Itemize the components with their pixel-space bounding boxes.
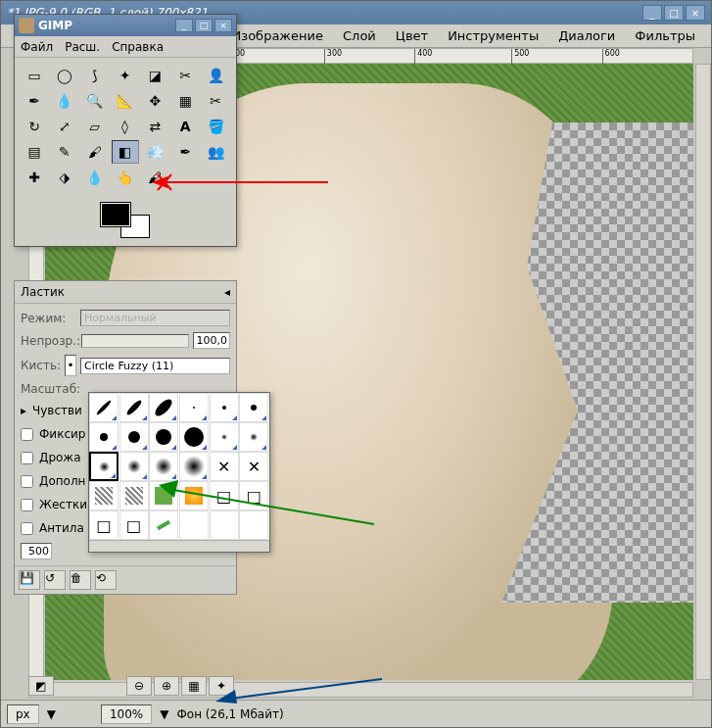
nav-preview-button[interactable]: ✦: [209, 676, 234, 696]
check-jitter[interactable]: [21, 452, 33, 464]
tool-by-color-select[interactable]: ◪: [141, 64, 168, 87]
brush-preview-button[interactable]: •: [65, 355, 76, 376]
brush-item[interactable]: [89, 481, 119, 510]
tool-heal[interactable]: ✚: [21, 166, 48, 189]
check-antialias[interactable]: [21, 522, 33, 535]
brush-item[interactable]: [179, 481, 209, 510]
brush-popup-scrollbar[interactable]: [89, 540, 269, 552]
tool-perspective[interactable]: ◊: [112, 115, 139, 138]
opacity-slider[interactable]: [81, 334, 189, 348]
brush-item[interactable]: □: [89, 510, 119, 540]
brush-name-field[interactable]: [80, 358, 230, 374]
zoom-in-button[interactable]: ⊕: [154, 676, 179, 696]
brush-item[interactable]: [239, 393, 268, 422]
menu-tools[interactable]: Инструменты: [440, 26, 546, 45]
menu-filters[interactable]: Фильтры: [627, 26, 703, 45]
menu-dialogs[interactable]: Диалоги: [550, 26, 623, 45]
tool-text[interactable]: A: [171, 115, 199, 138]
tool-blend[interactable]: ▤: [21, 140, 48, 164]
tool-paintbrush[interactable]: 🖌: [81, 140, 109, 164]
brush-item[interactable]: ✕: [210, 452, 239, 481]
minimize-button[interactable]: _: [642, 5, 662, 21]
toolbox-menu-help[interactable]: Справка: [112, 40, 164, 54]
tool-scale[interactable]: ⤢: [51, 115, 78, 138]
zoom-out-button[interactable]: ⊖: [126, 676, 152, 696]
tool-ellipse-select[interactable]: ◯: [51, 64, 78, 87]
brush-item[interactable]: [149, 452, 178, 481]
brush-item[interactable]: [149, 393, 178, 422]
brush-item[interactable]: [210, 510, 239, 540]
maximize-button[interactable]: □: [664, 5, 684, 21]
tool-paths[interactable]: ✒: [21, 89, 48, 113]
toolbox-titlebar[interactable]: GIMP _ □ ×: [15, 15, 236, 36]
tool-zoom[interactable]: 🔍: [81, 89, 109, 113]
brush-item[interactable]: [179, 393, 209, 422]
brush-item[interactable]: [149, 510, 178, 540]
tool-rect-select[interactable]: ▭: [21, 64, 48, 87]
menu-colors[interactable]: Цвет: [388, 26, 436, 45]
tool-scissors[interactable]: ✂: [171, 64, 199, 87]
toolbox-menu-xtns[interactable]: Расш.: [65, 40, 100, 54]
menu-layer[interactable]: Слой: [335, 26, 384, 45]
tool-fg-select[interactable]: 👤: [202, 64, 229, 87]
zoom-dropdown-icon[interactable]: ▼: [160, 707, 168, 721]
toolbox-maximize-button[interactable]: □: [195, 19, 213, 32]
brush-item[interactable]: [239, 510, 268, 540]
close-button[interactable]: ×: [686, 5, 705, 21]
brush-item[interactable]: [179, 510, 209, 540]
brush-item[interactable]: ✕: [239, 452, 268, 481]
brush-item[interactable]: [179, 422, 209, 452]
tool-airbrush[interactable]: 💨: [141, 140, 168, 164]
brush-item[interactable]: [89, 393, 119, 422]
brush-item[interactable]: [210, 422, 239, 452]
check-hard[interactable]: [21, 499, 33, 511]
tool-clone[interactable]: 👥: [202, 140, 229, 164]
delete-options-button[interactable]: 🗑: [70, 570, 91, 590]
brush-item[interactable]: □: [239, 481, 268, 510]
unit-selector[interactable]: px: [7, 704, 39, 724]
brush-item[interactable]: [89, 422, 119, 452]
tool-rotate[interactable]: ↻: [21, 115, 48, 138]
brush-item[interactable]: [179, 452, 209, 481]
expand-icon[interactable]: ▸: [21, 404, 26, 417]
toolbox-close-button[interactable]: ×: [214, 19, 232, 32]
restore-options-button[interactable]: ↺: [44, 570, 66, 590]
fg-color-swatch[interactable]: [101, 203, 130, 226]
unit-dropdown-icon[interactable]: ▼: [47, 707, 56, 721]
tool-pencil[interactable]: ✎: [51, 140, 78, 164]
tool-align[interactable]: ▦: [171, 89, 199, 113]
num-field[interactable]: 500: [21, 543, 52, 559]
check-additional[interactable]: [21, 475, 33, 488]
zoom-field[interactable]: 100%: [101, 704, 152, 724]
brush-item[interactable]: [119, 452, 149, 481]
tool-eraser[interactable]: ◧: [112, 140, 139, 164]
tool-smudge[interactable]: 👆: [112, 166, 139, 189]
zoom-fit-button[interactable]: ▦: [181, 676, 207, 696]
tool-blur[interactable]: 💧: [81, 166, 109, 189]
tool-flip[interactable]: ⇄: [141, 115, 168, 138]
tool-color-picker[interactable]: 💧: [51, 89, 78, 113]
tool-move[interactable]: ✥: [141, 89, 168, 113]
save-options-button[interactable]: 💾: [19, 570, 40, 590]
brush-item[interactable]: [149, 481, 178, 510]
toolbox-menu-file[interactable]: Файл: [21, 40, 53, 54]
tool-measure[interactable]: 📐: [112, 89, 139, 113]
tool-dodge[interactable]: 🖌: [141, 166, 168, 189]
brush-item[interactable]: [119, 393, 149, 422]
brush-item[interactable]: □: [119, 510, 149, 540]
brush-item[interactable]: [119, 481, 149, 510]
tool-ink[interactable]: ✒: [171, 140, 199, 164]
opacity-value[interactable]: 100,0: [193, 332, 230, 349]
brush-item[interactable]: [119, 422, 149, 452]
quickmask-toggle[interactable]: ◩: [28, 676, 54, 696]
reset-options-button[interactable]: ⟲: [95, 570, 117, 590]
dock-menu-icon[interactable]: ◂: [224, 285, 230, 299]
brush-item[interactable]: [210, 393, 239, 422]
tool-shear[interactable]: ▱: [81, 115, 109, 138]
brush-item-selected[interactable]: [89, 452, 119, 481]
toolbox-minimize-button[interactable]: _: [175, 19, 193, 32]
tool-free-select[interactable]: ⟆: [81, 64, 109, 87]
tool-fuzzy-select[interactable]: ✦: [112, 64, 139, 87]
tool-bucket[interactable]: 🪣: [202, 115, 229, 138]
check-fixed[interactable]: [21, 428, 33, 441]
